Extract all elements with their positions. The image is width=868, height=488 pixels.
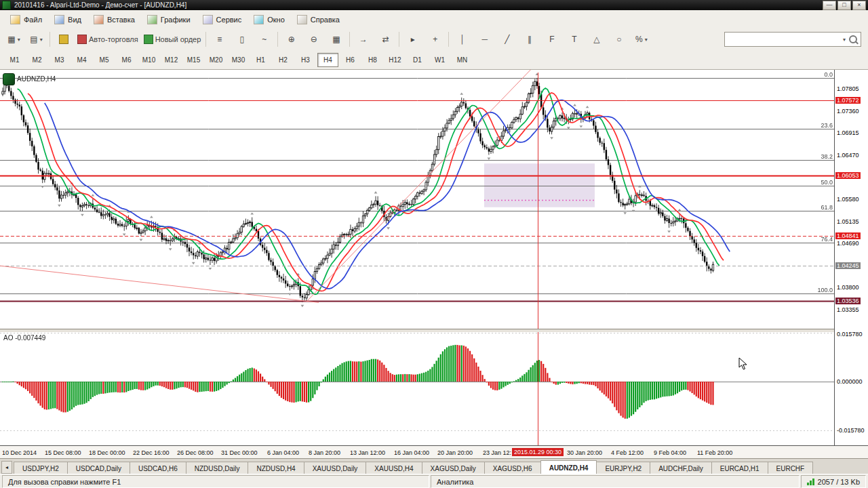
chart-tab-XAGUSD,Daily[interactable]: XAGUSD,Daily: [422, 462, 485, 474]
symbol-search-input[interactable]: [728, 33, 840, 45]
line-chart-button[interactable]: ~: [253, 30, 275, 48]
zoom-out-button[interactable]: ⊖: [302, 30, 325, 48]
timeframe-M15[interactable]: M15: [183, 53, 204, 67]
menu-item-Вид[interactable]: Вид: [48, 13, 87, 26]
timeframe-H4[interactable]: H4: [317, 53, 338, 67]
chart-tab-NZDUSD,Daily[interactable]: NZDUSD,Daily: [186, 462, 249, 474]
timeframe-M4[interactable]: M4: [71, 53, 92, 67]
autotrading-button[interactable]: Авто-торговля: [75, 30, 141, 48]
timeframe-MN[interactable]: MN: [452, 53, 473, 67]
crosshair-button[interactable]: +: [424, 30, 446, 48]
toolbar-separator: [399, 32, 399, 47]
channel-button[interactable]: ∥: [518, 30, 540, 48]
new-chart-button[interactable]: ▦▾: [3, 30, 25, 48]
candlestick-button-icon: ▯: [239, 35, 244, 43]
tile-windows-button[interactable]: ▦: [325, 30, 347, 48]
chart-shift-button[interactable]: ⇄: [374, 30, 397, 48]
zoom-in-button[interactable]: ⊕: [280, 30, 302, 48]
timeframe-M3[interactable]: M3: [49, 53, 70, 67]
main-chart-canvas[interactable]: [0, 70, 835, 329]
channel-button-icon: ∥: [528, 35, 532, 43]
chart-tab-AUDNZD,H4[interactable]: AUDNZD,H4: [540, 460, 597, 474]
timeframe-M30[interactable]: M30: [228, 53, 249, 67]
timeframe-M10[interactable]: M10: [138, 53, 159, 67]
chart-tab-USDCAD,H6[interactable]: USDCAD,H6: [130, 462, 186, 474]
title-bar: 20101416 - Alpari-Ltd-Demo - Демо-счет -…: [0, 0, 868, 10]
menu-item-Файл[interactable]: Файл: [4, 13, 48, 26]
awesome-oscillator-canvas[interactable]: [0, 332, 835, 445]
menu-item-Графики[interactable]: Графики: [141, 13, 197, 26]
cursor-button[interactable]: ▸: [401, 30, 424, 48]
menu-item-Вставка[interactable]: Вставка: [87, 13, 141, 26]
cursor-button-icon: ▸: [411, 35, 415, 43]
fibonacci-button[interactable]: F: [540, 30, 563, 48]
vertical-line-button[interactable]: │: [451, 30, 473, 48]
chart-tab-XAUUSD,Daily[interactable]: XAUUSD,Daily: [304, 462, 367, 474]
chart-tab-NZDUSD,H4[interactable]: NZDUSD,H4: [248, 462, 304, 474]
text-button[interactable]: T: [563, 30, 585, 48]
timeframe-H8[interactable]: H8: [362, 53, 383, 67]
arrows-button[interactable]: △: [585, 30, 608, 48]
timeframe-M6[interactable]: M6: [116, 53, 137, 67]
time-label: 8 Jan 20:00: [309, 449, 340, 456]
chart-tab-EURCHF[interactable]: EURCHF: [768, 462, 814, 474]
toolbar-separator: [448, 32, 449, 47]
chart-tab-EURJPY,H2[interactable]: EURJPY,H2: [596, 462, 650, 474]
symbol-search-box[interactable]: ▾: [724, 32, 861, 47]
timeframe-M1[interactable]: M1: [4, 53, 25, 67]
window-controls: —□×: [821, 1, 866, 10]
close-button[interactable]: ×: [852, 1, 866, 10]
profiles-button[interactable]: ▤▾: [25, 30, 47, 48]
profiles-button-icon: ▤: [30, 35, 37, 43]
autotrading-button-icon: [77, 35, 87, 44]
time-label: 22 Dec 16:00: [133, 449, 170, 456]
price-label: 1.07572: [835, 97, 861, 104]
timeframe-W1[interactable]: W1: [429, 53, 450, 67]
price-axis[interactable]: 1.078051.075721.073601.069151.064701.060…: [834, 70, 868, 445]
menu-icon: [10, 15, 20, 24]
menu-icon: [203, 15, 213, 24]
timeframe-D1[interactable]: D1: [407, 53, 428, 67]
search-icon[interactable]: [849, 35, 857, 43]
restore-button[interactable]: □: [837, 1, 851, 10]
menu-item-Окно[interactable]: Окно: [248, 13, 291, 26]
new-order-button[interactable]: Новый ордер: [141, 30, 204, 48]
time-axis[interactable]: 10 Dec 201415 Dec 08:0018 Dec 00:0022 De…: [0, 445, 868, 460]
chart-tab-AUDCHF,Daily[interactable]: AUDCHF,Daily: [650, 462, 712, 474]
timeframe-M5[interactable]: M5: [94, 53, 115, 67]
percent-button[interactable]: %▾: [630, 30, 652, 48]
status-help-text: Для вызова справки нажмите F1: [2, 475, 429, 488]
timeframe-M2[interactable]: M2: [26, 53, 47, 67]
market-watch-button[interactable]: [52, 30, 75, 48]
chart-tab-XAUUSD,H4[interactable]: XAUUSD,H4: [366, 462, 422, 474]
chart-tab-XAGUSD,H6[interactable]: XAGUSD,H6: [484, 462, 541, 474]
menu-item-Справка[interactable]: Справка: [291, 13, 346, 26]
indicator-axis-label: -0.015780: [837, 427, 865, 434]
crosshair-button-icon: +: [433, 35, 437, 43]
chart-tab-USDCAD,Daily[interactable]: USDCAD,Daily: [67, 462, 130, 474]
time-label: 15 Dec 08:00: [45, 449, 81, 456]
menu-label: Файл: [24, 16, 42, 24]
auto-scroll-button[interactable]: →: [352, 30, 374, 48]
chevron-down-icon[interactable]: ▾: [843, 37, 846, 43]
menu-label: Сервис: [216, 16, 242, 24]
menu-label: Справка: [311, 16, 340, 24]
time-label: 26 Dec 08:00: [177, 449, 214, 456]
menu-item-Сервис[interactable]: Сервис: [197, 13, 248, 26]
timeframe-M12[interactable]: M12: [161, 53, 182, 67]
horizontal-line-button[interactable]: ─: [473, 30, 496, 48]
chart-tab-USDJPY,H2[interactable]: USDJPY,H2: [14, 462, 68, 474]
chart-tab-EURCAD,H1[interactable]: EURCAD,H1: [711, 462, 768, 474]
bar-chart-button[interactable]: ≡: [208, 30, 231, 48]
trendline-button[interactable]: ╱: [496, 30, 518, 48]
timeframe-H3[interactable]: H3: [295, 53, 316, 67]
timeframe-H12[interactable]: H12: [384, 53, 406, 67]
timeframe-H2[interactable]: H2: [273, 53, 294, 67]
shapes-button[interactable]: ○: [608, 30, 630, 48]
timeframe-M20[interactable]: M20: [205, 53, 226, 67]
timeframe-H6[interactable]: H6: [340, 53, 361, 67]
minimize-button[interactable]: —: [823, 1, 836, 10]
timeframe-H1[interactable]: H1: [250, 53, 271, 67]
tab-scroll-left-button[interactable]: ◂: [1, 461, 12, 474]
candlestick-button[interactable]: ▯: [231, 30, 253, 48]
